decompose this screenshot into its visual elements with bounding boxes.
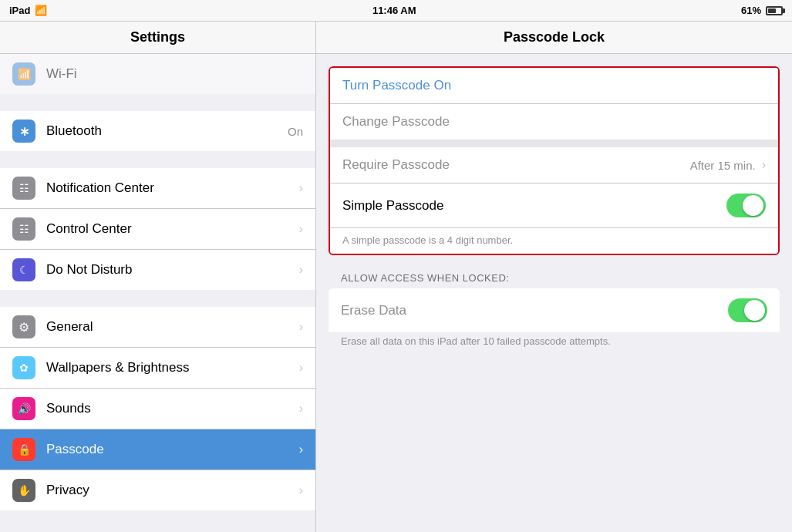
- sounds-label: Sounds: [46, 401, 296, 416]
- do-not-disturb-icon-box: ☾: [12, 258, 35, 281]
- detail-content: Turn Passcode On Change Passcode Require…: [316, 54, 792, 532]
- erase-data-toggle-knob: [744, 300, 765, 321]
- passcode-icon-box: 🔒: [12, 438, 35, 461]
- device-label: iPad: [9, 5, 30, 16]
- privacy-icon-box: ✋: [12, 479, 35, 502]
- simple-passcode-row[interactable]: Simple Passcode: [330, 184, 778, 227]
- sounds-chevron: ›: [299, 402, 303, 416]
- general-chevron: ›: [299, 320, 303, 334]
- sidebar-item-wallpapers[interactable]: ✿ Wallpapers & Brightness ›: [0, 348, 315, 389]
- general-label: General: [46, 319, 296, 335]
- require-passcode-label: Require Passcode: [342, 157, 690, 173]
- section-separator: [330, 140, 778, 147]
- status-left: iPad 📶: [9, 5, 47, 16]
- battery-fill: [768, 8, 776, 13]
- privacy-label: Privacy: [46, 483, 296, 498]
- wallpapers-icon-box: ✿: [12, 356, 35, 379]
- battery-icon: [766, 6, 783, 15]
- passcode-chevron: ›: [299, 443, 303, 456]
- control-center-icon: ☷: [19, 223, 29, 235]
- change-passcode-label: Change Passcode: [342, 114, 766, 130]
- sounds-icon: 🔊: [18, 402, 31, 415]
- erase-data-toggle[interactable]: [728, 298, 767, 322]
- passcode-label: Passcode: [46, 442, 296, 457]
- wifi-icon-char: 📶: [18, 68, 31, 80]
- detail-panel: Passcode Lock Turn Passcode On Change Pa…: [316, 22, 792, 532]
- do-not-disturb-label: Do Not Disturb: [46, 262, 296, 278]
- notification-center-icon: ☷: [19, 182, 29, 194]
- general-icon-box: ⚙: [12, 315, 35, 338]
- sounds-icon-box: 🔊: [12, 397, 35, 420]
- sidebar-item-privacy[interactable]: ✋ Privacy ›: [0, 470, 315, 510]
- main-layout: Settings 📶 Wi-Fi ∗ Bluetooth On: [0, 22, 792, 532]
- section-gap-2: [0, 151, 315, 168]
- passcode-toggle-section: Turn Passcode On Change Passcode: [330, 68, 778, 140]
- wallpapers-chevron: ›: [299, 361, 303, 375]
- notification-center-label: Notification Center: [46, 180, 296, 196]
- control-center-label: Control Center: [46, 221, 296, 237]
- erase-data-section: Erase Data Erase all data on this iPad a…: [329, 288, 780, 355]
- general-icon: ⚙: [19, 320, 29, 335]
- status-time: 11:46 AM: [372, 5, 416, 16]
- status-bar: iPad 📶 11:46 AM 61%: [0, 0, 792, 22]
- toggle-knob: [743, 195, 763, 216]
- bluetooth-label: Bluetooth: [46, 123, 288, 139]
- erase-data-row[interactable]: Erase Data: [329, 288, 780, 332]
- passcode-options-section: Require Passcode After 15 min. › Simple …: [330, 147, 778, 254]
- sidebar-header: Settings: [0, 22, 315, 54]
- control-center-chevron: ›: [299, 222, 303, 236]
- bluetooth-value: On: [288, 125, 303, 138]
- bluetooth-icon-box: ∗: [12, 120, 35, 143]
- do-not-disturb-icon: ☾: [19, 264, 29, 276]
- sidebar-item-sounds[interactable]: 🔊 Sounds ›: [0, 389, 315, 429]
- wifi-icon-box: 📶: [12, 62, 35, 86]
- wifi-label: Wi-Fi: [46, 66, 303, 82]
- control-center-icon-box: ☷: [12, 217, 35, 241]
- wifi-status-icon: 📶: [35, 5, 47, 16]
- detail-header: Passcode Lock: [316, 22, 792, 54]
- privacy-icon: ✋: [18, 484, 31, 497]
- simple-passcode-label: Simple Passcode: [342, 198, 726, 214]
- notifications-section: ☷ Notification Center › ☷ Control Center…: [0, 168, 315, 290]
- bluetooth-icon: ∗: [19, 124, 29, 139]
- notification-center-chevron: ›: [299, 181, 303, 195]
- erase-data-note: Erase all data on this iPad after 10 fai…: [329, 332, 780, 355]
- privacy-chevron: ›: [299, 483, 303, 497]
- turn-passcode-on-row[interactable]: Turn Passcode On: [330, 68, 778, 104]
- sidebar-item-passcode[interactable]: 🔒 Passcode ›: [0, 429, 315, 470]
- simple-passcode-toggle[interactable]: [726, 194, 766, 217]
- wallpapers-label: Wallpapers & Brightness: [46, 360, 296, 375]
- allow-access-header: ALLOW ACCESS WHEN LOCKED:: [329, 268, 780, 288]
- general-section: ⚙ General › ✿ Wallpapers & Brightness › …: [0, 307, 315, 510]
- sidebar-item-general[interactable]: ⚙ General ›: [0, 307, 315, 348]
- section-gap-1: [0, 94, 315, 111]
- sidebar-item-control-center[interactable]: ☷ Control Center ›: [0, 209, 315, 250]
- turn-passcode-on-label: Turn Passcode On: [342, 78, 766, 93]
- sidebar-item-bluetooth[interactable]: ∗ Bluetooth On: [0, 111, 315, 151]
- sidebar-item-wifi[interactable]: 📶 Wi-Fi: [0, 54, 315, 94]
- require-passcode-value: After 15 min.: [690, 159, 756, 172]
- do-not-disturb-chevron: ›: [299, 263, 303, 277]
- battery-percent: 61%: [741, 5, 761, 16]
- status-right: 61%: [741, 5, 783, 16]
- bluetooth-section: ∗ Bluetooth On: [0, 111, 315, 151]
- sidebar-item-notification-center[interactable]: ☷ Notification Center ›: [0, 168, 315, 209]
- sidebar-item-do-not-disturb[interactable]: ☾ Do Not Disturb ›: [0, 250, 315, 290]
- simple-passcode-note: A simple passcode is a 4 digit number.: [330, 227, 778, 254]
- highlight-box: Turn Passcode On Change Passcode Require…: [329, 66, 780, 255]
- change-passcode-row[interactable]: Change Passcode: [330, 104, 778, 140]
- erase-data-label: Erase Data: [341, 303, 728, 318]
- section-gap-3: [0, 290, 315, 307]
- require-passcode-chevron: ›: [762, 158, 766, 172]
- sidebar: Settings 📶 Wi-Fi ∗ Bluetooth On: [0, 22, 316, 532]
- require-passcode-row[interactable]: Require Passcode After 15 min. ›: [330, 147, 778, 184]
- wallpapers-icon: ✿: [19, 362, 29, 374]
- notification-center-icon-box: ☷: [12, 177, 35, 200]
- wifi-section: 📶 Wi-Fi: [0, 54, 315, 94]
- passcode-icon: 🔒: [18, 443, 31, 456]
